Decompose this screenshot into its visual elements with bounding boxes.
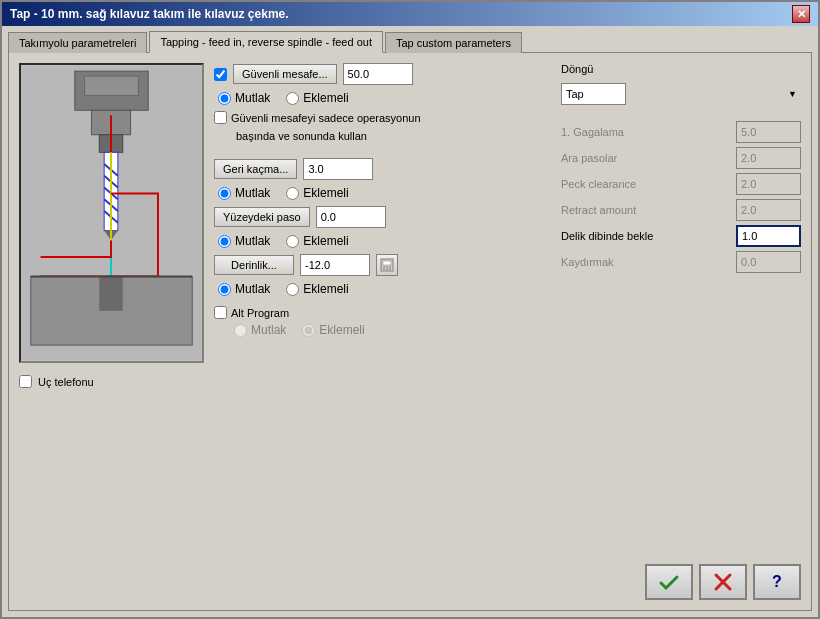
close-button[interactable]: ✕ <box>792 5 810 23</box>
field-row-ara-pasolar: Ara pasolar <box>561 145 801 171</box>
alt-program-section: Alt Program Mutlak Eklemeli <box>214 306 551 337</box>
window-title: Tap - 10 mm. sağ kılavuz takım ile kılav… <box>10 7 289 21</box>
gagalama-input <box>736 121 801 143</box>
mutlak3-radio[interactable] <box>218 235 231 248</box>
derinlik-input[interactable] <box>300 254 370 276</box>
geri-kacma-button[interactable]: Geri kaçma... <box>214 159 297 179</box>
yuzeydeki-paso-input[interactable] <box>316 206 386 228</box>
peck-clearance-input <box>736 173 801 195</box>
alt-mutlak-radio <box>234 324 247 337</box>
preview-svg <box>21 65 202 361</box>
bottom-bar: ? <box>19 558 801 600</box>
tab-custom[interactable]: Tap custom parameters <box>385 32 522 53</box>
guvenli-mesafe-row: Güvenli mesafe... <box>214 63 551 85</box>
derinlik-row: Derinlik... <box>214 254 551 276</box>
tabs-bar: Takımyolu parametreleri Tapping - feed i… <box>2 26 818 52</box>
preview-box <box>19 63 204 363</box>
derinlik-button[interactable]: Derinlik... <box>214 255 294 275</box>
ara-pasolar-label: Ara pasolar <box>561 152 617 164</box>
svg-rect-18 <box>383 261 391 265</box>
alt-program-checkbox[interactable] <box>214 306 227 319</box>
middle-panel: Güvenli mesafe... Mutlak Eklemeli <box>214 63 551 558</box>
safe-dist-only-checkbox[interactable] <box>214 111 227 124</box>
retract-amount-label: Retract amount <box>561 204 636 216</box>
kaydirmak-input <box>736 251 801 273</box>
field-row-peck-clearance: Peck clearance <box>561 171 801 197</box>
dropdown-wrapper: Tap Deep Tap Chip Break <box>561 83 801 105</box>
calc-button[interactable] <box>376 254 398 276</box>
kaydirmak-label: Kaydırmak <box>561 256 614 268</box>
ok-button[interactable] <box>645 564 693 600</box>
radio-group-4: Mutlak Eklemeli <box>214 282 551 296</box>
mutlak4-radio[interactable] <box>218 283 231 296</box>
field-row-gagalama: 1. Gagalama <box>561 119 801 145</box>
tab-tapping[interactable]: Tapping - feed in, reverse spindle - fee… <box>149 31 383 53</box>
geri-kacma-row: Geri kaçma... <box>214 158 551 180</box>
delik-dibinde-input[interactable] <box>736 225 801 247</box>
svg-rect-15 <box>99 277 122 311</box>
retract-amount-input <box>736 199 801 221</box>
field-row-kaydirmak: Kaydırmak <box>561 249 801 275</box>
checkbox-row: Uç telefonu <box>19 375 204 388</box>
dongu-dropdown[interactable]: Tap Deep Tap Chip Break <box>561 83 626 105</box>
dropdown-row: Tap Deep Tap Chip Break <box>561 83 801 105</box>
yuzeydeki-paso-button[interactable]: Yüzeydeki paso <box>214 207 310 227</box>
safe-dist-note: başında ve sonunda kullan <box>214 130 551 142</box>
alt-eklemeli-radio <box>302 324 315 337</box>
guvenli-mesafe-checkbox[interactable] <box>214 68 227 81</box>
radio-group-3: Mutlak Eklemeli <box>214 234 551 248</box>
help-button[interactable]: ? <box>753 564 801 600</box>
ara-pasolar-input <box>736 147 801 169</box>
uc-telefonu-label: Uç telefonu <box>38 376 94 388</box>
safe-dist-check-row: Güvenli mesafeyi sadece operasyonun <box>214 111 551 124</box>
uc-telefonu-checkbox[interactable] <box>19 375 32 388</box>
title-bar: Tap - 10 mm. sağ kılavuz takım ile kılav… <box>2 2 818 26</box>
fields-container: 1. Gagalama Ara pasolar Peck clearance R… <box>561 119 801 275</box>
mutlak3-label[interactable]: Mutlak <box>218 234 270 248</box>
radio-group-2: Mutlak Eklemeli <box>214 186 551 200</box>
alt-program-row: Alt Program <box>214 306 551 319</box>
preview-panel: Uç telefonu <box>19 63 204 558</box>
field-row-delik-dibinde: Delik dibinde bekle <box>561 223 801 249</box>
geri-kacma-input[interactable] <box>303 158 373 180</box>
tab-takimyolu[interactable]: Takımyolu parametreleri <box>8 32 147 53</box>
mutlak2-label[interactable]: Mutlak <box>218 186 270 200</box>
content-area: Uç telefonu Güvenli mesafe... Mutlak <box>8 52 812 611</box>
safe-dist-label: Güvenli mesafeyi sadece operasyonun <box>231 112 421 124</box>
eklemeli4-radio[interactable] <box>286 283 299 296</box>
guvenli-mesafe-input[interactable] <box>343 63 413 85</box>
mutlak1-label[interactable]: Mutlak <box>218 91 270 105</box>
alt-program-label: Alt Program <box>231 307 289 319</box>
alt-radio-group: Mutlak Eklemeli <box>214 323 551 337</box>
gagalama-label: 1. Gagalama <box>561 126 624 138</box>
dongu-title: Döngü <box>561 63 801 75</box>
mutlak4-label[interactable]: Mutlak <box>218 282 270 296</box>
eklemeli2-radio[interactable] <box>286 187 299 200</box>
eklemeli3-label[interactable]: Eklemeli <box>286 234 348 248</box>
guvenli-mesafe-button[interactable]: Güvenli mesafe... <box>233 64 337 84</box>
eklemeli2-label[interactable]: Eklemeli <box>286 186 348 200</box>
field-row-retract-amount: Retract amount <box>561 197 801 223</box>
eklemeli1-radio[interactable] <box>286 92 299 105</box>
mutlak2-radio[interactable] <box>218 187 231 200</box>
alt-mutlak-label: Mutlak <box>234 323 286 337</box>
alt-eklemeli-label: Eklemeli <box>302 323 364 337</box>
svg-rect-2 <box>85 76 139 96</box>
mutlak1-radio[interactable] <box>218 92 231 105</box>
radio-group-1: Mutlak Eklemeli <box>214 91 551 105</box>
delik-dibinde-label: Delik dibinde bekle <box>561 230 653 242</box>
eklemeli4-label[interactable]: Eklemeli <box>286 282 348 296</box>
eklemeli3-radio[interactable] <box>286 235 299 248</box>
peck-clearance-label: Peck clearance <box>561 178 636 190</box>
right-panel: Döngü Tap Deep Tap Chip Break 1. Gagala <box>561 63 801 558</box>
eklemeli1-label[interactable]: Eklemeli <box>286 91 348 105</box>
main-row: Uç telefonu Güvenli mesafe... Mutlak <box>19 63 801 558</box>
main-window: Tap - 10 mm. sağ kılavuz takım ile kılav… <box>0 0 820 619</box>
cancel-button[interactable] <box>699 564 747 600</box>
yuzeydeki-paso-row: Yüzeydeki paso <box>214 206 551 228</box>
